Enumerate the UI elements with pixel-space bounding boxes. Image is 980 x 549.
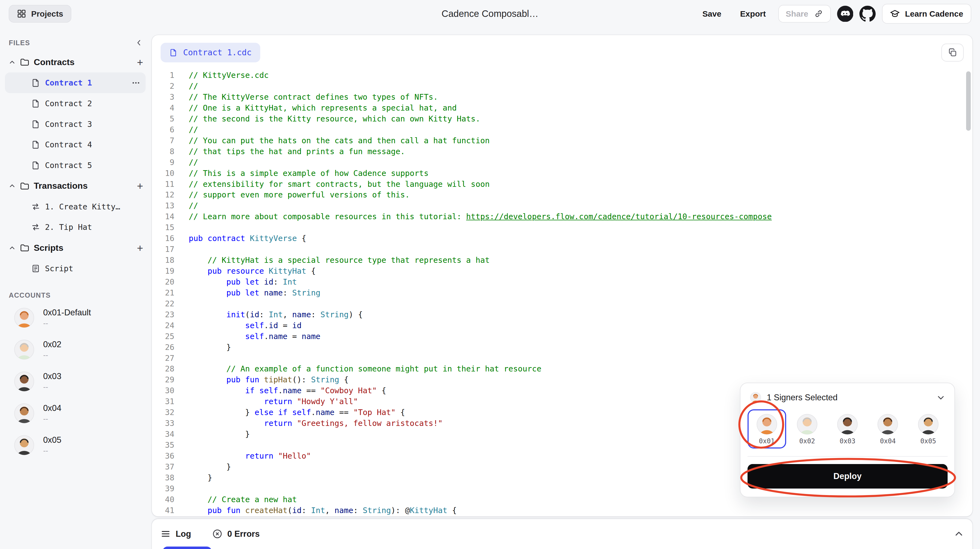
projects-label: Projects <box>31 9 63 19</box>
section-label: Contracts <box>34 57 75 67</box>
copy-icon <box>948 48 957 57</box>
export-button[interactable]: Export <box>734 5 772 22</box>
code-lines: // KittyVerse.cdc//// The KittyVerse con… <box>175 70 772 516</box>
sidebar-item-script[interactable]: Script <box>5 258 146 279</box>
log-action-button-partial[interactable] <box>162 547 212 549</box>
avatar <box>14 435 35 455</box>
chevron-up-icon[interactable] <box>9 183 16 189</box>
error-circle-icon <box>212 529 223 539</box>
item-label: Script <box>45 264 73 273</box>
add-transaction-button[interactable]: + <box>137 181 143 191</box>
discord-icon[interactable] <box>837 6 853 22</box>
folder-icon <box>20 243 29 253</box>
sidebar-section-contracts[interactable]: Contracts + <box>5 52 146 73</box>
projects-button[interactable]: Projects <box>9 5 71 23</box>
flow-playground-app: Projects Cadence Composabl… Save Export … <box>0 0 980 549</box>
signer-0x01[interactable]: 0x01 <box>748 409 786 449</box>
status-bar-row: Log 0 Errors <box>161 519 964 549</box>
sidebar-item-contract-3[interactable]: Contract 3 <box>5 114 146 135</box>
editor-scrollbar <box>966 72 970 514</box>
save-button[interactable]: Save <box>696 5 728 22</box>
signer-address: 0x02 <box>799 438 815 445</box>
avatar <box>797 414 818 435</box>
contracts-items: Contract 1Contract 2Contract 3Contract 4… <box>5 72 146 176</box>
file-icon <box>31 120 40 129</box>
errors-label: 0 Errors <box>227 529 260 539</box>
sidebar-section-scripts[interactable]: Scripts + <box>5 237 146 258</box>
chevron-up-icon[interactable] <box>9 59 16 66</box>
signers-header[interactable]: 1 Signers Selected <box>748 390 948 408</box>
log-tab[interactable]: Log <box>161 529 191 539</box>
scripts-items: Script <box>5 258 146 279</box>
chevron-up-icon[interactable] <box>9 245 16 251</box>
errors-tab[interactable]: 0 Errors <box>212 529 260 539</box>
signer-person-icon <box>750 392 761 403</box>
sidebar-item-2-tip-hat[interactable]: 2. Tip Hat <box>5 217 146 238</box>
learn-cadence-button[interactable]: Learn Cadence <box>882 4 971 24</box>
sidebar: FILES Contracts + Contract 1Contract 2Co… <box>0 27 152 549</box>
file-icon <box>31 140 40 149</box>
item-label: Contract 1 <box>45 78 92 88</box>
account-address: 0x01-Default <box>43 308 91 318</box>
sidebar-item-contract-4[interactable]: Contract 4 <box>5 135 146 155</box>
add-contract-button[interactable]: + <box>137 57 143 68</box>
signer-avatars: 0x01 0x02 0x03 0x04 0x05 <box>748 408 948 457</box>
graduation-cap-icon <box>890 9 900 19</box>
avatar <box>14 307 35 328</box>
folder-icon <box>20 181 29 191</box>
account-0x02[interactable]: 0x02-- <box>5 334 146 366</box>
share-button[interactable]: Share <box>778 5 831 23</box>
page-title: Cadence Composabl… <box>442 8 538 19</box>
sidebar-item-1-create-kitty[interactable]: 1. Create Kitty… <box>5 196 146 217</box>
item-label: 2. Tip Hat <box>45 223 92 232</box>
github-icon[interactable] <box>859 6 876 22</box>
account-status: -- <box>43 446 61 455</box>
account-0x04[interactable]: 0x04-- <box>5 397 146 429</box>
editor-tab-bar: Contract 1.cdc <box>152 35 973 70</box>
account-0x05[interactable]: 0x05-- <box>5 429 146 461</box>
avatar <box>14 371 35 392</box>
script-icon <box>31 264 40 273</box>
tab-label: Contract 1.cdc <box>183 48 251 57</box>
transactions-items: 1. Create Kitty…2. Tip Hat <box>5 196 146 238</box>
account-status: -- <box>43 383 61 391</box>
tx-icon <box>31 202 40 211</box>
top-bar: Projects Cadence Composabl… Save Export … <box>0 0 980 27</box>
learn-cadence-label: Learn Cadence <box>905 9 963 19</box>
chevron-down-icon[interactable] <box>937 393 945 402</box>
sidebar-item-contract-5[interactable]: Contract 5 <box>5 155 146 176</box>
signers-panel: 1 Signers Selected 0x01 0x02 0x03 <box>740 383 955 497</box>
add-script-button[interactable]: + <box>137 243 143 253</box>
tab-contract-1-cdc[interactable]: Contract 1.cdc <box>161 43 260 62</box>
file-icon <box>169 48 178 57</box>
log-label: Log <box>176 529 191 539</box>
account-status: -- <box>43 414 61 423</box>
item-label: 1. Create Kitty… <box>45 202 120 211</box>
signer-address: 0x04 <box>880 438 896 445</box>
signer-0x03[interactable]: 0x03 <box>828 409 867 449</box>
avatar <box>918 414 939 435</box>
account-address: 0x05 <box>43 435 61 445</box>
signer-address: 0x05 <box>920 438 936 445</box>
file-icon <box>31 99 40 108</box>
collapse-panel-chevron-icon[interactable] <box>954 529 964 539</box>
account-0x01[interactable]: 0x01-Default-- <box>5 302 146 334</box>
account-address: 0x02 <box>43 340 61 349</box>
item-menu-dots-icon[interactable] <box>131 78 140 88</box>
deploy-button[interactable]: Deploy <box>748 464 948 489</box>
account-address: 0x04 <box>43 403 61 413</box>
sidebar-section-transactions[interactable]: Transactions + <box>5 176 146 196</box>
item-label: Contract 4 <box>45 140 92 149</box>
signer-0x04[interactable]: 0x04 <box>869 409 907 449</box>
item-label: Contract 3 <box>45 119 92 129</box>
signer-0x05[interactable]: 0x05 <box>909 409 948 449</box>
collapse-sidebar-icon[interactable] <box>135 39 143 47</box>
sidebar-item-contract-1[interactable]: Contract 1 <box>5 72 146 93</box>
copy-code-button[interactable] <box>941 44 964 62</box>
log-list-icon <box>161 529 171 539</box>
scrollbar-thumb[interactable] <box>966 72 970 131</box>
share-label: Share <box>786 9 808 19</box>
account-0x03[interactable]: 0x03-- <box>5 366 146 397</box>
sidebar-item-contract-2[interactable]: Contract 2 <box>5 93 146 114</box>
signer-0x02[interactable]: 0x02 <box>788 409 826 449</box>
